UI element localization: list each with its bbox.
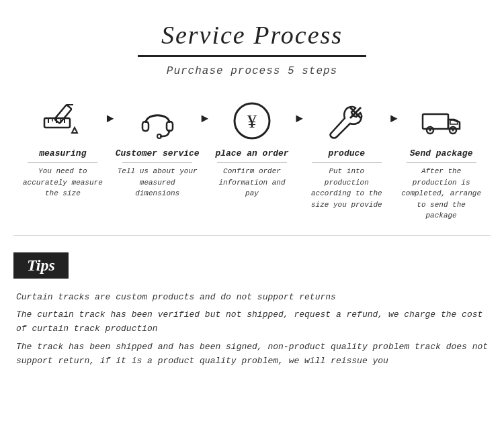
step-send-package-desc: After the production is completed, arran… — [398, 166, 485, 222]
arrow-3: ► — [296, 112, 303, 126]
svg-rect-16 — [423, 114, 448, 129]
arrow-4: ► — [390, 112, 398, 126]
tip-item-3: The track has been shipped and has been … — [13, 340, 491, 369]
svg-point-20 — [452, 129, 454, 131]
svg-point-18 — [429, 129, 431, 131]
step-measuring-name: measuring — [39, 148, 86, 158]
arrow-2: ► — [201, 112, 208, 126]
step-place-order-desc: Confirm order information and pay — [208, 166, 296, 199]
step-produce-name: produce — [329, 148, 366, 158]
step-send-underline — [407, 162, 476, 163]
svg-text:¥: ¥ — [247, 111, 257, 132]
svg-point-11 — [157, 134, 161, 138]
step-place-order-name: place an order — [215, 148, 288, 158]
tips-list: Curtain tracks are custom products and d… — [13, 291, 491, 369]
truck-icon — [418, 97, 465, 144]
subtitle: Purchase process 5 steps — [13, 65, 491, 77]
tips-badge: Tips — [13, 252, 69, 279]
step-customer-service-desc: Tell us about your measured dimensions — [114, 166, 201, 199]
step-customer-service-name: Customer service — [116, 148, 200, 158]
step-cs-underline — [122, 162, 192, 163]
step-order-underline — [217, 162, 287, 163]
ruler-pencil-icon — [39, 97, 86, 144]
step-produce-desc: Put into production according to the siz… — [303, 166, 390, 210]
main-title: Service Process — [13, 20, 491, 50]
svg-rect-10 — [167, 122, 173, 131]
svg-rect-9 — [142, 122, 149, 131]
step-produce: produce Put into production according to… — [303, 97, 390, 210]
step-send-package-name: Send package — [410, 148, 473, 158]
step-send-package: Send package After the production is com… — [398, 97, 485, 222]
tips-section: Tips Curtain tracks are custom products … — [0, 236, 504, 386]
step-measuring-desc: You need to accurately measure the size — [19, 166, 106, 199]
tip-item-2: The curtain track has been verified but … — [13, 308, 491, 336]
arrow-1: ► — [106, 112, 114, 126]
step-measuring: measuring You need to accurately measure… — [19, 97, 106, 199]
headset-icon — [134, 97, 181, 144]
title-underline — [138, 55, 366, 57]
yen-circle-icon: ¥ — [228, 97, 276, 144]
step-customer-service: Customer service Tell us about your meas… — [114, 97, 201, 199]
step-measuring-underline — [28, 162, 97, 163]
header-section: Service Process Purchase process 5 steps — [0, 0, 504, 84]
tip-item-1: Curtain tracks are custom products and d… — [13, 291, 491, 305]
step-produce-underline — [312, 162, 382, 163]
steps-section: measuring You need to accurately measure… — [0, 84, 504, 228]
step-place-order: ¥ place an order Confirm order informati… — [208, 97, 296, 199]
svg-marker-7 — [72, 128, 77, 133]
wrench-cross-icon — [323, 97, 370, 144]
